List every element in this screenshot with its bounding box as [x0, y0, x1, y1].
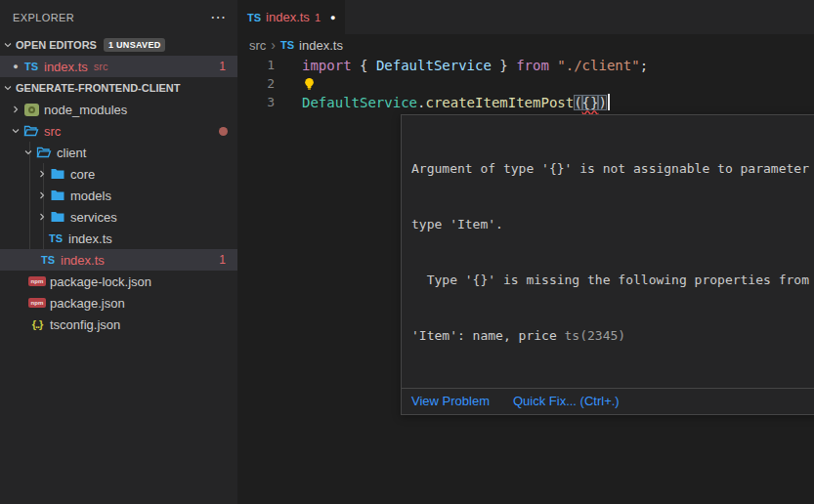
line-number: 3 [237, 95, 275, 109]
error-message-line: type 'Item'. [411, 215, 814, 233]
code-line-3: 3 DefaultService.createItemItemPost({}) [237, 93, 814, 111]
tree-item-label: tsconfig.json [50, 317, 120, 332]
error-message-line: 'Item': name, price ts(2345) [411, 326, 814, 345]
node-modules-folder-icon [23, 102, 39, 117]
tab-index-ts[interactable]: TS index.ts 1 ● [237, 0, 345, 34]
tree-item-label: src [44, 124, 61, 139]
chevron-right-icon [34, 189, 50, 201]
error-count-badge: 1 [219, 60, 226, 73]
breadcrumb-folder[interactable]: src [249, 38, 266, 53]
tree-item-label: node_modules [44, 103, 127, 117]
tree-item-label: services [70, 210, 117, 225]
error-dot-badge [219, 127, 228, 136]
tree-item-package-json[interactable]: npm package.json [0, 292, 237, 314]
folder-icon [50, 188, 65, 203]
project-name-label: GENERATE-FRONTEND-CLIENT [16, 82, 180, 94]
breadcrumb: src › TS index.ts [237, 34, 814, 56]
chevron-down-icon [8, 125, 23, 137]
open-editors-section-header[interactable]: OPEN EDITORS 1 UNSAVED [0, 34, 237, 56]
tree-item-label: models [70, 189, 111, 203]
tab-bar: TS index.ts 1 ● [237, 0, 814, 34]
chevron-right-icon [8, 104, 23, 115]
open-editor-file-name: index.ts [44, 60, 88, 74]
tree-item-package-lock-json[interactable]: npm package-lock.json [0, 271, 237, 292]
folder-icon [50, 166, 65, 182]
chevron-down-icon [0, 82, 16, 94]
line-number: 2 [237, 76, 275, 91]
tree-item-src[interactable]: src [0, 120, 237, 142]
hover-actions-bar: View Problem Quick Fix... (Ctrl+.) [402, 388, 814, 414]
chevron-right-icon [34, 211, 50, 223]
open-editors-label: OPEN EDITORS [16, 39, 97, 51]
tab-error-count: 1 [315, 12, 321, 23]
code-editor[interactable]: 1 import { DefaultService } from "./clie… [237, 56, 814, 111]
tree-item-src-index-ts[interactable]: TS index.ts 1 [0, 249, 237, 271]
editor-group: TS index.ts 1 ● src › TS index.ts 1 impo… [237, 0, 814, 504]
npm-file-icon: npm [29, 295, 45, 311]
more-actions-icon[interactable]: ⋯ [210, 10, 226, 25]
explorer-sidebar: EXPLORER ⋯ OPEN EDITORS 1 UNSAVED ● TS i… [0, 0, 237, 504]
error-squiggle: {} [582, 95, 599, 110]
tree-item-label: index.ts [68, 231, 112, 246]
text-cursor [608, 94, 610, 110]
error-hover-tooltip: Argument of type '{}' is not assignable … [401, 114, 814, 415]
explorer-pane-header: EXPLORER ⋯ [0, 0, 237, 34]
open-editor-item-index-ts[interactable]: ● TS index.ts src 1 [0, 56, 237, 77]
file-tree: node_modules src client [0, 99, 237, 335]
modified-dot-icon[interactable]: ● [8, 62, 23, 71]
typescript-file-icon: TS [40, 252, 56, 268]
chevron-down-icon [0, 39, 16, 51]
breadcrumb-separator-icon: › [271, 37, 276, 53]
lightbulb-icon[interactable] [302, 76, 318, 92]
open-editor-file-path: src [94, 61, 108, 72]
code-line-1: 1 import { DefaultService } from "./clie… [237, 56, 814, 74]
tree-item-label: package-lock.json [50, 274, 151, 289]
tree-item-label: package.json [50, 296, 125, 311]
tree-item-label: core [70, 167, 95, 182]
json-braces-icon: {..} [29, 316, 45, 332]
tree-item-node-modules[interactable]: node_modules [0, 99, 237, 120]
tree-item-tsconfig-json[interactable]: {..} tsconfig.json [0, 314, 237, 335]
unsaved-badge: 1 UNSAVED [104, 38, 166, 52]
unsaved-dot-icon[interactable]: ● [330, 13, 335, 22]
code-line-2: 2 [237, 74, 814, 93]
tree-item-label: index.ts [61, 253, 105, 268]
view-problem-link[interactable]: View Problem [411, 394, 490, 408]
error-message-line: Argument of type '{}' is not assignable … [411, 159, 814, 178]
typescript-file-icon: TS [48, 231, 64, 246]
typescript-file-icon: TS [23, 59, 39, 74]
error-count-badge: 1 [219, 253, 226, 267]
explorer-title: EXPLORER [13, 12, 74, 23]
quick-fix-link[interactable]: Quick Fix... (Ctrl+.) [513, 394, 620, 408]
typescript-file-icon: TS [280, 39, 294, 51]
npm-file-icon: npm [29, 273, 45, 289]
folder-icon [50, 209, 65, 225]
folder-open-icon [23, 123, 39, 139]
tree-item-client-index-ts[interactable]: TS index.ts [0, 228, 237, 249]
error-message: Argument of type '{}' is not assignable … [402, 115, 814, 388]
line-number: 1 [237, 58, 275, 72]
chevron-down-icon [21, 147, 36, 158]
vscode-window: EXPLORER ⋯ OPEN EDITORS 1 UNSAVED ● TS i… [0, 0, 814, 504]
tree-item-client[interactable]: client [0, 142, 237, 163]
folder-open-icon [36, 145, 52, 160]
tab-file-name: index.ts [266, 10, 310, 24]
typescript-file-icon: TS [247, 12, 261, 23]
project-section-header[interactable]: GENERATE-FRONTEND-CLIENT [0, 77, 237, 99]
error-code-ref: ts(2345) [565, 328, 626, 343]
error-message-line: Type '{}' is missing the following prope… [411, 271, 814, 289]
chevron-right-icon [34, 168, 50, 180]
breadcrumb-file[interactable]: index.ts [299, 38, 343, 53]
tree-item-core[interactable]: core [0, 163, 237, 185]
tree-item-label: client [57, 146, 86, 160]
tree-item-services[interactable]: services [0, 206, 237, 228]
tree-item-models[interactable]: models [0, 185, 237, 206]
